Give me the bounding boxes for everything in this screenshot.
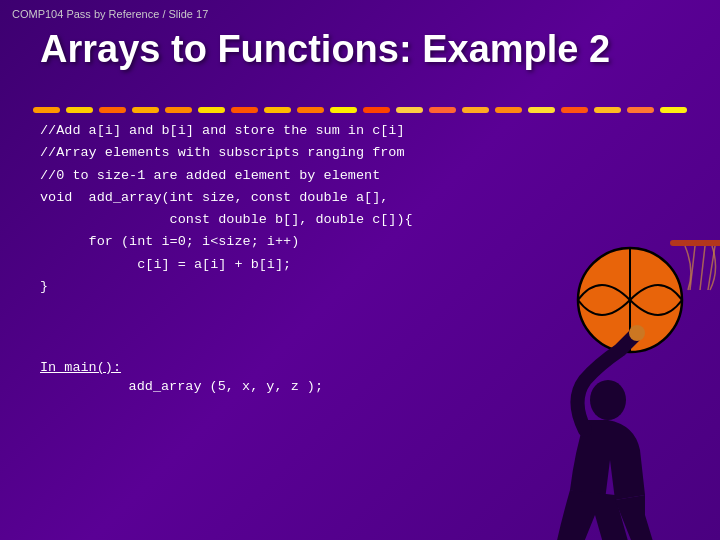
code-line-3: void add_array(int size, const double a[… (40, 187, 430, 209)
code-block: //Add a[i] and b[i] and store the sum in… (40, 120, 430, 298)
code-line-5: for (int i=0; i<size; i++) (40, 231, 430, 253)
dash-segment-11 (396, 107, 423, 113)
dash-segment-14 (495, 107, 522, 113)
code-line-8: } (40, 276, 430, 298)
dash-segment-1 (66, 107, 93, 113)
dash-segment-3 (132, 107, 159, 113)
in-main-label: In main(): (40, 360, 430, 375)
code-line-1: //Array elements with subscripts ranging… (40, 142, 430, 164)
dash-segment-17 (594, 107, 621, 113)
dash-segment-8 (297, 107, 324, 113)
dash-segment-13 (462, 107, 489, 113)
dash-segment-19 (660, 107, 687, 113)
code-line-0: //Add a[i] and b[i] and store the sum in… (40, 120, 430, 142)
code-line-2: //0 to size-1 are added element by eleme… (40, 165, 430, 187)
svg-point-3 (590, 380, 626, 420)
dash-segment-5 (198, 107, 225, 113)
dash-segment-0 (33, 107, 60, 113)
dash-segment-6 (231, 107, 258, 113)
svg-point-4 (629, 325, 645, 341)
title-text: Arrays to Functions: Example 2 (40, 28, 610, 70)
in-main-section: In main(): add_array (5, x, y, z ); (40, 360, 430, 394)
svg-rect-8 (670, 240, 720, 246)
slide-title: Arrays to Functions: Example 2 (40, 28, 700, 71)
svg-line-10 (700, 246, 705, 290)
code-line-4: const double b[], double c[]){ (40, 209, 430, 231)
basketball-decoration (430, 140, 720, 540)
header-text: COMP104 Pass by Reference / Slide 17 (12, 8, 208, 20)
dash-segment-4 (165, 107, 192, 113)
dash-segment-9 (330, 107, 357, 113)
slide-header: COMP104 Pass by Reference / Slide 17 (12, 8, 208, 20)
dash-segment-18 (627, 107, 654, 113)
in-main-code: add_array (5, x, y, z ); (40, 379, 430, 394)
slide-container: COMP104 Pass by Reference / Slide 17 Arr… (0, 0, 720, 540)
dash-segment-16 (561, 107, 588, 113)
code-line-6: c[i] = a[i] + b[i]; (40, 254, 430, 276)
dash-segment-2 (99, 107, 126, 113)
dash-segment-7 (264, 107, 291, 113)
dash-segment-15 (528, 107, 555, 113)
dash-segment-12 (429, 107, 456, 113)
dashed-divider (30, 105, 690, 115)
dash-segment-10 (363, 107, 390, 113)
